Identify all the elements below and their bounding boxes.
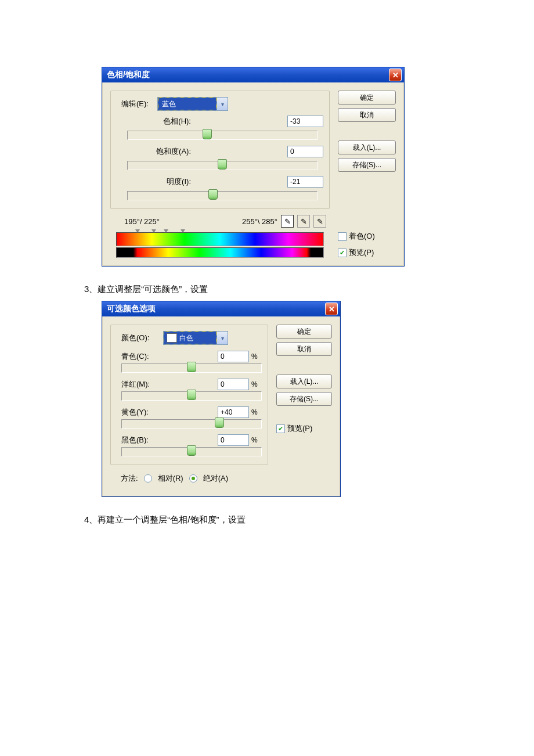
preview-row[interactable]: ✔ 预览(P): [338, 247, 396, 258]
chevron-down-icon: ▾: [217, 98, 228, 110]
relative-label: 相对(R): [158, 473, 183, 484]
saturation-slider[interactable]: [127, 161, 317, 170]
slider-thumb[interactable]: [203, 129, 212, 139]
percent-label: %: [249, 408, 262, 416]
colorize-label: 着色(O): [349, 231, 375, 242]
eyedropper-add-icon[interactable]: ✎: [297, 215, 310, 228]
selective-color-group: 颜色(O): 白色 ▾ 青色(C): %: [110, 325, 268, 465]
selective-color-dialog: 可选颜色选项 ✕ 颜色(O): 白色 ▾: [102, 301, 341, 497]
eyedropper-icon[interactable]: ✎: [281, 215, 294, 228]
load-button[interactable]: 载入(L)...: [338, 141, 396, 154]
hue-sat-group: 编辑(E): 蓝色 ▾ 色相(H):: [110, 91, 330, 209]
cancel-button[interactable]: 取消: [338, 108, 396, 122]
magenta-input[interactable]: [218, 379, 249, 390]
ok-button[interactable]: 确定: [338, 91, 396, 105]
yellow-input[interactable]: [218, 406, 249, 418]
edit-label: 编辑(E):: [121, 99, 157, 109]
slider-thumb[interactable]: [215, 417, 224, 428]
colorize-row[interactable]: 着色(O): [338, 231, 396, 242]
dialog-title: 色相/饱和度: [107, 70, 150, 80]
dialog-title: 可选颜色选项: [107, 304, 156, 314]
absolute-label: 绝对(A): [203, 473, 228, 484]
saturation-input[interactable]: [287, 146, 323, 157]
edit-select[interactable]: 蓝色 ▾: [157, 97, 228, 111]
magenta-label: 洋红(M):: [121, 379, 163, 390]
hue-slider[interactable]: [127, 131, 317, 140]
colorize-checkbox[interactable]: [338, 232, 347, 241]
black-label: 黑色(B):: [121, 435, 163, 445]
method-label: 方法:: [121, 473, 138, 484]
hue-label: 色相(H):: [121, 116, 197, 127]
relative-radio[interactable]: [144, 474, 152, 483]
cyan-input[interactable]: [218, 351, 249, 362]
hue-spectrum-top[interactable]: [116, 232, 324, 246]
preview-checkbox[interactable]: ✔: [276, 424, 285, 433]
cyan-label: 青色(C):: [121, 351, 163, 362]
cancel-button[interactable]: 取消: [276, 342, 332, 356]
slider-thumb[interactable]: [187, 445, 196, 456]
eyedropper-subtract-icon[interactable]: ✎: [313, 215, 326, 228]
yellow-label: 黄色(Y):: [121, 407, 163, 417]
hue-spectrum-bottom: [116, 247, 324, 258]
lightness-label: 明度(I):: [121, 177, 197, 187]
swatch-icon: [167, 333, 177, 343]
preview-row[interactable]: ✔ 预览(P): [276, 423, 332, 434]
preview-checkbox[interactable]: ✔: [338, 249, 347, 257]
slider-thumb[interactable]: [187, 390, 196, 400]
caption-3: 3、建立调整层“可选颜色”，设置: [84, 284, 534, 295]
saturation-label: 饱和度(A):: [121, 146, 197, 157]
colors-select-value: 白色: [164, 332, 217, 344]
close-button[interactable]: ✕: [389, 69, 402, 81]
yellow-slider[interactable]: [121, 419, 262, 429]
hue-input[interactable]: [287, 116, 323, 127]
close-icon: ✕: [329, 305, 335, 314]
close-icon: ✕: [392, 71, 399, 80]
hue-saturation-dialog: 色相/饱和度 ✕ 编辑(E): 蓝色 ▾ 色相(H):: [102, 67, 405, 267]
titlebar: 可选颜色选项 ✕: [102, 301, 340, 316]
chevron-down-icon: ▾: [217, 332, 228, 344]
range-left: 195°/ 225°: [124, 217, 160, 226]
black-slider[interactable]: [121, 447, 262, 456]
caption-4: 4、再建立一个调整层“色相/饱和度”，设置: [84, 514, 534, 525]
colors-select[interactable]: 白色 ▾: [163, 331, 228, 345]
absolute-radio[interactable]: [189, 474, 197, 483]
lightness-input[interactable]: [287, 176, 323, 188]
ok-button[interactable]: 确定: [276, 325, 332, 339]
cyan-slider[interactable]: [121, 363, 262, 373]
lightness-slider[interactable]: [127, 191, 317, 200]
black-input[interactable]: [218, 434, 249, 446]
load-button[interactable]: 载入(L)...: [276, 375, 332, 388]
range-right: 255°\ 285°: [242, 217, 277, 226]
colors-label: 颜色(O):: [121, 333, 163, 343]
save-button[interactable]: 存储(S)...: [338, 158, 396, 172]
save-button[interactable]: 存储(S)...: [276, 392, 332, 406]
slider-thumb[interactable]: [218, 159, 227, 170]
slider-thumb[interactable]: [187, 362, 196, 372]
percent-label: %: [249, 352, 262, 361]
slider-thumb[interactable]: [208, 189, 218, 200]
percent-label: %: [249, 380, 262, 388]
percent-label: %: [249, 436, 262, 444]
method-row: 方法: 相对(R) 绝对(A): [121, 473, 268, 484]
close-button[interactable]: ✕: [325, 303, 338, 315]
magenta-slider[interactable]: [121, 391, 262, 401]
preview-label: 预览(P): [287, 423, 312, 434]
preview-label: 预览(P): [349, 247, 374, 258]
edit-select-value: 蓝色: [158, 98, 217, 110]
range-row: 195°/ 225° 255°\ 285° ✎ ✎ ✎: [124, 215, 326, 228]
titlebar: 色相/饱和度 ✕: [102, 67, 404, 82]
